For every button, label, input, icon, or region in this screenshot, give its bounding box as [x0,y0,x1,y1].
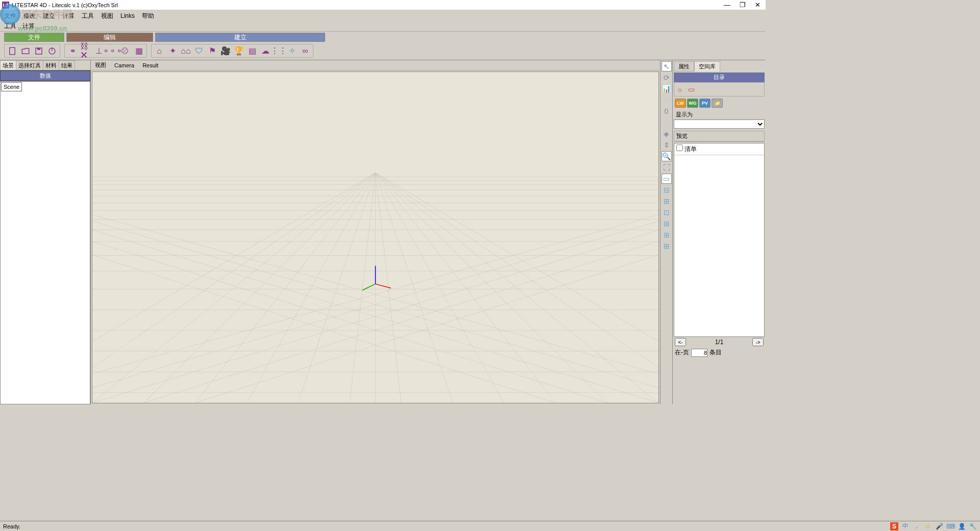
tab-select-light[interactable]: 选择灯具 [16,60,43,70]
badge-wg[interactable]: WG [687,99,698,108]
tab-result[interactable]: 结果 [59,60,75,70]
layout1-icon[interactable]: ⊟ [662,185,672,195]
open-icon[interactable] [20,45,31,57]
category-tabs: 文件 编辑 建立 [0,32,766,42]
nodes-icon[interactable]: ⚬⚬⚬ [107,45,118,57]
catalog-header: 目录 [674,73,765,82]
cursor-icon[interactable]: ↖ [662,61,672,71]
close-button[interactable]: ✕ [755,1,761,9]
minimize-button[interactable]: — [724,1,730,9]
light-source-icon[interactable]: ☼ [675,85,684,94]
badge-lw[interactable]: LW [675,99,686,108]
flag-icon[interactable]: ⚑ [207,45,218,57]
badge-folder-icon[interactable]: 📁 [712,99,723,108]
svg-line-15 [376,173,453,403]
menu-file[interactable]: 文件 [4,12,16,20]
refresh-icon[interactable]: ⟳ [662,73,672,83]
submenu-tools[interactable]: 工具 [4,22,16,31]
svg-line-12 [350,173,375,403]
tab-file[interactable]: 文件 [4,33,64,42]
badge-pv[interactable]: PV [699,99,710,108]
axis-gizmo [362,266,390,291]
pager-next-button[interactable]: -> [752,338,764,346]
window-title: LITESTAR 4D - Litecalc v.1 (c)OxyTech Sr… [12,2,724,8]
menu-links[interactable]: Links [120,12,135,19]
pager-page: 1/1 [715,339,724,346]
link-icon[interactable]: ⚭ [67,45,78,57]
new-icon[interactable] [7,45,18,57]
maximize-button[interactable]: ❐ [740,1,746,9]
submenu-calc[interactable]: 计算 [22,22,35,31]
layout3-icon[interactable]: ⊡ [662,207,672,218]
layout5-icon[interactable]: ⊞ [662,230,672,240]
display-as-select[interactable] [674,119,765,129]
svg-line-30 [144,209,658,403]
monitor-icon[interactable]: ▭ [687,85,696,94]
infinity-icon[interactable]: ∞ [300,45,311,57]
cube-icon[interactable]: ◈ [662,129,672,139]
zoom-icon[interactable]: 🔍 [662,151,672,161]
svg-line-10 [247,173,375,403]
checklist-row[interactable]: 清单 [674,143,764,155]
layout4-icon[interactable]: ⊞ [662,219,672,229]
main-toolbar: ⚭ ⛓✕ ⊥ ⚬⚬⚬ ⛒ ▦ ⌂ ✦ ⌂⌂ 🛡 ⚑ 🎥 🏆 ▤ ☁ ⋮⋮ ✧ ∞ [0,42,766,60]
panel-icon[interactable]: ▭ [662,174,672,184]
dots-icon[interactable]: ⋮⋮ [273,45,284,57]
shield-icon[interactable]: 🛡 [193,45,205,57]
tab-scene[interactable]: 场景 [0,60,16,70]
menu-help[interactable]: 帮助 [142,12,154,20]
tab-create[interactable]: 建立 [155,33,325,42]
sparkle-icon[interactable]: ✦ [167,45,178,57]
menu-view[interactable]: 视图 [101,12,113,20]
layout2-icon[interactable]: ⊞ [662,196,672,206]
power-icon[interactable] [46,45,58,57]
tab-edit[interactable]: 编辑 [66,33,153,42]
expand-icon[interactable]: ⛶ [662,162,672,173]
undo-icon[interactable]: ↶ [662,117,672,128]
viewport-tab-result[interactable]: Result [142,62,158,68]
cloud-icon[interactable]: ☁ [260,45,271,57]
svg-rect-0 [10,47,15,55]
menu-tools[interactable]: 工具 [82,12,94,20]
houses-icon[interactable]: ⌂⌂ [180,45,191,57]
camera-icon[interactable]: 🎥 [220,45,231,57]
menu-bar: 文件 修改 建立 计算 工具 视图 Links 帮助 [0,10,766,21]
tab-library[interactable]: 空间库 [694,61,720,71]
checklist-checkbox[interactable] [676,144,683,151]
svg-line-8 [144,173,376,403]
footer-label2: 条目 [709,348,722,357]
menu-edit[interactable]: 修改 [23,12,36,20]
trophy-icon[interactable]: 🏆 [233,45,244,57]
footer-input[interactable] [691,349,707,357]
viewport-canvas[interactable] [92,71,659,403]
svg-line-26 [92,222,555,403]
house-icon[interactable]: ⌂ [154,45,165,57]
menu-create[interactable]: 建立 [43,12,55,20]
svg-line-18 [376,173,607,403]
tab-properties[interactable]: 属性 [674,61,694,71]
sparkle2-icon[interactable]: ✧ [286,45,298,57]
item-list[interactable]: 清单 [674,143,765,337]
left-panel: 场景 选择灯具 材料 结果 数值 Scene [0,60,91,404]
menu-calc[interactable]: 计算 [62,12,75,20]
move-vert-icon[interactable]: ⇕ [662,140,672,150]
zero-icon[interactable]: 0 [662,106,672,116]
left-panel-tabs: 场景 选择灯具 材料 结果 [0,60,90,70]
grid-nodes-icon[interactable]: ▦ [133,45,144,57]
unlink-icon[interactable]: ⛓✕ [80,45,91,57]
pager-prev-button[interactable]: <- [675,338,686,346]
tab-material[interactable]: 材料 [43,60,59,70]
viewport-tab-view[interactable]: 视图 [95,61,106,69]
display-as-label: 显示为 [674,110,765,119]
table-icon[interactable]: ▤ [247,45,258,57]
svg-line-31 [195,222,658,403]
chart-icon[interactable]: 📊 [662,84,672,94]
viewport-tab-camera[interactable]: Camera [114,62,134,68]
left-panel-body[interactable]: Scene [0,81,90,404]
catalog-badges: LW WG PV 📁 [674,96,765,110]
tree-icon[interactable]: ⛒ [120,45,131,57]
save-icon[interactable] [33,45,44,57]
layout6-icon[interactable]: ⊞ [662,241,672,251]
scene-item[interactable]: Scene [1,82,22,91]
wand-icon[interactable]: ⚹ [662,95,672,105]
